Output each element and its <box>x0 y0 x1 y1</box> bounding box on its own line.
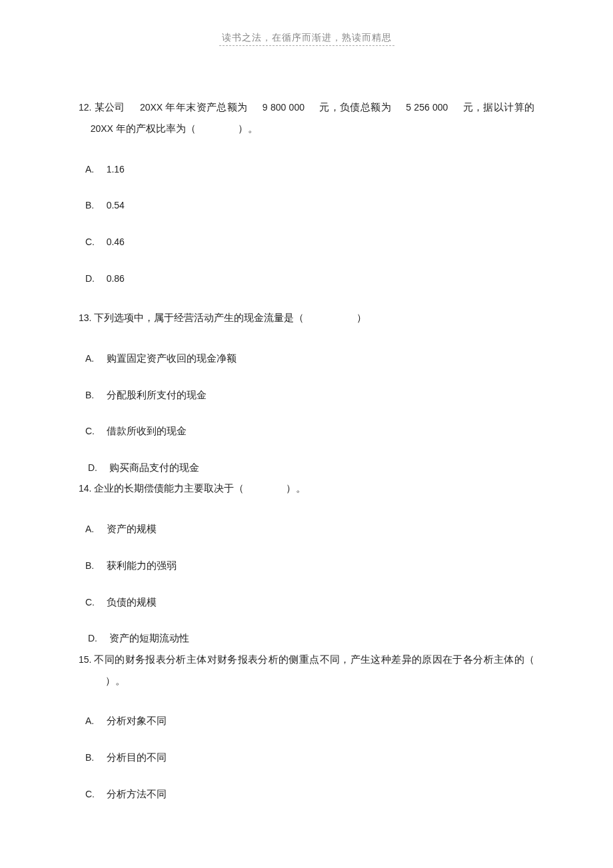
option-text: 分析对象不同 <box>107 715 167 726</box>
question-12: 12. 某公司 20XX 年年末资产总额为 9 800 000 元，负债总额为 … <box>79 97 534 285</box>
option-text: 分析目的不同 <box>107 752 167 763</box>
q12-p5: 年的产权比率为（ <box>116 123 196 134</box>
option-letter: D. <box>85 272 104 286</box>
q14-stem: 14. 企业的长期偿债能力主要取决于（ ）。 <box>79 478 534 500</box>
q13-p1: 下列选项中，属于经营活动产生的现金流量是（ <box>94 312 304 323</box>
option-text: 购买商品支付的现金 <box>109 462 199 473</box>
q14-number: 14. <box>79 483 91 494</box>
option-text: 0.46 <box>107 236 125 247</box>
option-text: 资产的短期流动性 <box>109 633 189 644</box>
q12-p1: 某公司 <box>95 102 125 113</box>
q12-number: 12. <box>79 102 91 113</box>
question-13: 13. 下列选项中，属于经营活动产生的现金流量是（ ） A. 购置固定资产收回的… <box>79 308 534 474</box>
question-15: 15. 不同的财务报表分析主体对财务报表分析的侧重点不同，产生这种差异的原因在于… <box>79 650 534 801</box>
option-letter: B. <box>85 199 104 213</box>
q14-p2: ）。 <box>286 483 306 494</box>
q12-option-a: A. 1.16 <box>79 163 534 177</box>
q14-option-d: D. 资产的短期流动性 <box>79 632 534 646</box>
option-letter: A. <box>85 352 104 366</box>
question-14: 14. 企业的长期偿债能力主要取决于（ ）。 A. 资产的规模 B. 获利能力的… <box>79 478 534 645</box>
option-letter: C. <box>85 425 104 438</box>
q12-stem: 12. 某公司 20XX 年年末资产总额为 9 800 000 元，负债总额为 … <box>79 97 534 140</box>
option-letter: B. <box>85 389 104 402</box>
q12-option-b: B. 0.54 <box>79 199 534 213</box>
q15-number: 15. <box>79 654 91 665</box>
option-text: 购置固定资产收回的现金净额 <box>107 353 237 364</box>
option-letter: A. <box>85 715 104 728</box>
q12-amt2: 5 256 000 <box>406 102 448 113</box>
option-letter: A. <box>85 163 104 177</box>
option-text: 分配股利所支付的现金 <box>107 390 207 400</box>
q12-p3: 元，负债总额为 <box>319 102 391 113</box>
q15-option-a: A. 分析对象不同 <box>79 714 534 728</box>
q14-p1: 企业的长期偿债能力主要取决于（ <box>94 483 244 494</box>
q12-year2: 20XX <box>91 123 113 134</box>
q13-option-c: C. 借款所收到的现金 <box>79 424 534 438</box>
option-letter: C. <box>85 236 104 249</box>
q13-option-b: B. 分配股利所支付的现金 <box>79 388 534 402</box>
option-text: 1.16 <box>107 164 125 175</box>
q13-stem: 13. 下列选项中，属于经营活动产生的现金流量是（ ） <box>79 308 534 329</box>
option-text: 资产的规模 <box>107 524 157 534</box>
q12-p4: 元，据以计算的 <box>463 102 535 113</box>
q14-option-c: C. 负债的规模 <box>79 596 534 610</box>
q14-option-b: B. 获利能力的强弱 <box>79 559 534 573</box>
option-letter: B. <box>85 751 104 765</box>
option-letter: D. <box>88 632 107 646</box>
option-letter: A. <box>85 523 104 536</box>
option-letter: C. <box>85 788 104 801</box>
page-content: 12. 某公司 20XX 年年末资产总额为 9 800 000 元，负债总额为 … <box>79 97 534 823</box>
q14-option-a: A. 资产的规模 <box>79 522 534 536</box>
q13-p2: ） <box>356 312 366 323</box>
q12-p6: ）。 <box>238 123 258 134</box>
option-letter: D. <box>88 462 107 475</box>
option-text: 分析方法不同 <box>107 789 167 799</box>
q13-option-a: A. 购置固定资产收回的现金净额 <box>79 352 534 366</box>
header-motto: 读书之法，在循序而渐进，熟读而精思 <box>0 32 613 46</box>
header-motto-text: 读书之法，在循序而渐进，熟读而精思 <box>219 32 394 46</box>
q15-p2: ）。 <box>105 675 125 686</box>
q13-number: 13. <box>79 312 91 323</box>
q12-amt1: 9 800 000 <box>263 102 305 113</box>
option-text: 借款所收到的现金 <box>107 426 187 436</box>
option-letter: C. <box>85 596 104 610</box>
q12-year1: 20XX <box>140 102 163 113</box>
q12-option-d: D. 0.86 <box>79 272 534 286</box>
q15-stem: 15. 不同的财务报表分析主体对财务报表分析的侧重点不同，产生这种差异的原因在于… <box>79 650 534 692</box>
option-letter: B. <box>85 560 104 573</box>
q15-p1: 不同的财务报表分析主体对财务报表分析的侧重点不同，产生这种差异的原因在于各分析主… <box>94 654 534 665</box>
option-text: 0.54 <box>107 200 125 211</box>
q15-option-c: C. 分析方法不同 <box>79 787 534 801</box>
q15-option-b: B. 分析目的不同 <box>79 751 534 765</box>
q12-p2: 年年末资产总额为 <box>165 102 247 113</box>
option-text: 获利能力的强弱 <box>107 560 177 571</box>
option-text: 0.86 <box>107 273 125 284</box>
option-text: 负债的规模 <box>107 597 157 608</box>
q13-option-d: D. 购买商品支付的现金 <box>79 461 534 475</box>
q12-option-c: C. 0.46 <box>79 235 534 249</box>
